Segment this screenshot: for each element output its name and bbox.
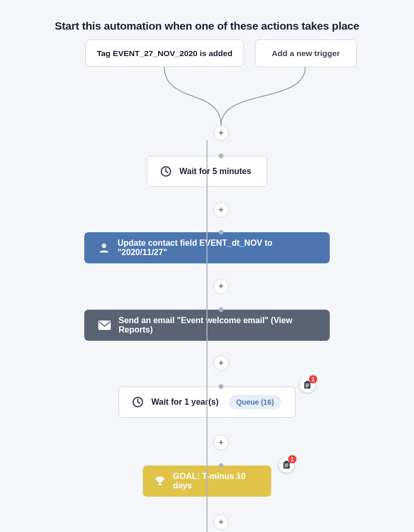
svg-rect-15 — [285, 467, 288, 467]
svg-rect-8 — [306, 387, 308, 387]
step-wait-1year-label: Wait for 1 year(s) — [151, 397, 218, 407]
connector-dot — [219, 463, 224, 468]
add-step-button-4[interactable]: + — [213, 355, 229, 371]
add-step-button-6[interactable]: + — [213, 514, 229, 530]
header-title: Start this automation when one of these … — [0, 20, 414, 32]
step-goal-label: GOAL: T-minus 10 days — [173, 472, 260, 490]
trigger-add-new-label: Add a new trigger — [272, 49, 340, 58]
svg-rect-5 — [306, 381, 309, 383]
connector-dot — [219, 384, 224, 389]
svg-rect-10 — [158, 484, 162, 485]
trigger-existing[interactable]: Tag EVENT_27_NOV_2020 is added — [85, 39, 244, 67]
svg-rect-13 — [285, 464, 289, 464]
step-wait-5min-label: Wait for 5 minutes — [179, 167, 251, 176]
step-update-contact-label: Update contact field EVENT_dt_NOV to "20… — [118, 238, 316, 257]
add-step-button-5[interactable]: + — [213, 435, 229, 450]
svg-rect-12 — [285, 461, 288, 463]
note-badge-1[interactable]: 1 — [300, 377, 315, 393]
add-step-button-2[interactable]: + — [213, 202, 229, 218]
envelope-icon — [98, 320, 111, 330]
automation-canvas: Start this automation when one of these … — [0, 0, 414, 532]
svg-point-1 — [102, 244, 106, 248]
person-icon — [98, 242, 110, 254]
svg-rect-7 — [306, 385, 309, 385]
svg-rect-14 — [285, 465, 289, 466]
add-step-button-1[interactable]: + — [213, 125, 229, 141]
trigger-add-new[interactable]: Add a new trigger — [255, 39, 357, 67]
clock-icon — [132, 396, 144, 408]
connector-vertical — [206, 140, 208, 532]
add-step-button-3[interactable]: + — [213, 278, 229, 294]
connector-dot — [219, 308, 224, 312]
trigger-existing-label: Tag EVENT_27_NOV_2020 is added — [97, 49, 232, 58]
step-send-email-label: Send an email "Event welcome email" (Vie… — [119, 316, 316, 335]
connector-dot — [219, 230, 224, 235]
note-count-badge: 1 — [288, 455, 296, 463]
note-badge-2[interactable]: 1 — [279, 457, 294, 473]
svg-rect-6 — [306, 384, 309, 384]
connector-dot — [219, 154, 224, 158]
clock-icon — [160, 165, 172, 178]
svg-rect-2 — [98, 321, 111, 330]
trophy-icon — [154, 475, 166, 487]
svg-rect-9 — [159, 483, 161, 484]
note-count-badge: 1 — [309, 375, 317, 383]
queue-pill[interactable]: Queue (16) — [229, 395, 281, 409]
